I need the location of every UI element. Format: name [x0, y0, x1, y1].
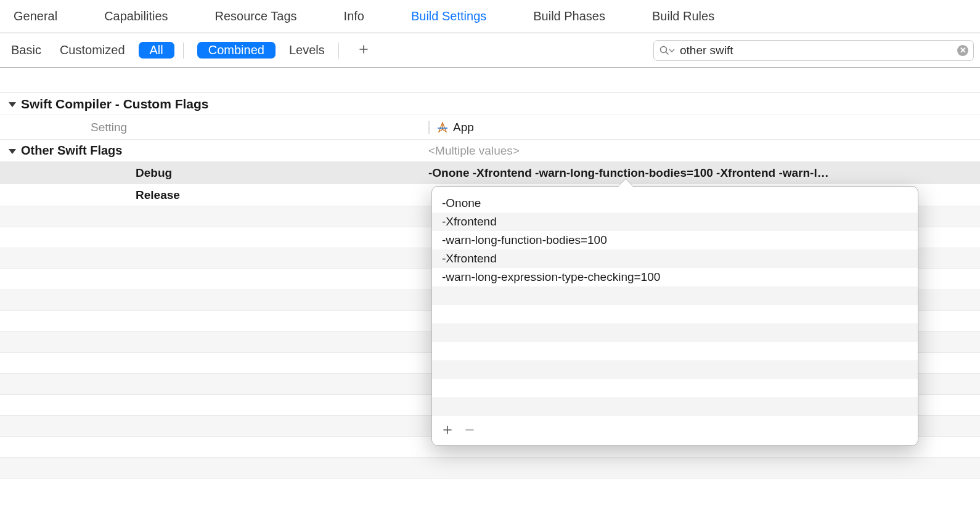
filter-bar: Basic Customized All Combined Levels ✕ — [0, 33, 980, 68]
settings-content: Swift Compiler - Custom Flags Setting Ap… — [0, 68, 980, 479]
section-header[interactable]: Swift Compiler - Custom Flags — [0, 93, 980, 115]
list-item[interactable] — [432, 342, 918, 360]
svg-line-1 — [666, 52, 668, 54]
x-icon: ✕ — [960, 46, 966, 55]
columns-header: Setting App — [0, 115, 980, 140]
list-item[interactable] — [432, 305, 918, 323]
plus-icon — [442, 424, 453, 435]
list-item[interactable] — [432, 397, 918, 416]
plus-icon — [359, 44, 369, 54]
column-divider — [428, 121, 430, 134]
column-target-label: App — [453, 121, 474, 134]
clear-search-button[interactable]: ✕ — [957, 45, 968, 56]
config-name: Debug — [0, 166, 428, 180]
chevron-down-icon[interactable] — [669, 47, 675, 54]
empty-row — [0, 458, 980, 479]
remove-flag-button[interactable] — [464, 423, 475, 438]
config-name: Release — [0, 188, 428, 202]
list-item[interactable] — [432, 323, 918, 342]
setting-name: Other Swift Flags — [21, 144, 122, 158]
config-row-debug[interactable]: Debug + -Onone -Xfrontend -warn-long-fun… — [0, 162, 980, 184]
add-setting-button[interactable] — [353, 43, 375, 57]
divider — [338, 42, 339, 59]
setting-row-other-swift-flags[interactable]: Other Swift Flags <Multiple values> — [0, 140, 980, 162]
tab-general[interactable]: General — [9, 7, 62, 26]
list-item[interactable]: -Xfrontend — [432, 212, 918, 231]
chevron-down-icon[interactable] — [9, 149, 16, 154]
search-field[interactable]: ✕ — [653, 40, 974, 61]
scope-customized[interactable]: Customized — [55, 42, 130, 59]
setting-value-multiple: <Multiple values> — [428, 144, 980, 158]
list-item[interactable] — [432, 379, 918, 397]
list-item[interactable]: -warn-long-expression-type-checking=100 — [432, 268, 918, 286]
section-title: Swift Compiler - Custom Flags — [21, 97, 209, 111]
list-item[interactable] — [432, 286, 918, 305]
tab-capabilities[interactable]: Capabilities — [99, 7, 173, 26]
scope-all[interactable]: All — [139, 42, 174, 59]
list-item[interactable]: -warn-long-function-bodies=100 — [432, 231, 918, 249]
tab-build-settings[interactable]: Build Settings — [406, 7, 491, 26]
view-combined[interactable]: Combined — [197, 42, 276, 59]
flags-list-footer — [432, 417, 918, 445]
flags-list-editor: -Onone -Xfrontend -warn-long-function-bo… — [431, 186, 918, 446]
tab-resource-tags[interactable]: Resource Tags — [210, 7, 302, 26]
list-item[interactable]: -Onone — [432, 194, 918, 212]
search-input[interactable] — [675, 44, 957, 57]
tab-build-phases[interactable]: Build Phases — [528, 7, 610, 26]
divider — [183, 42, 184, 59]
scope-basic[interactable]: Basic — [6, 42, 46, 59]
tab-build-rules[interactable]: Build Rules — [647, 7, 719, 26]
editor-tabs: General Capabilities Resource Tags Info … — [0, 0, 980, 33]
app-target-icon — [436, 121, 449, 134]
minus-icon — [464, 424, 475, 435]
add-flag-button[interactable] — [442, 423, 453, 438]
list-item[interactable] — [432, 360, 918, 379]
chevron-down-icon[interactable] — [9, 102, 16, 107]
config-value[interactable]: -Onone -Xfrontend -warn-long-function-bo… — [428, 166, 829, 180]
flags-list[interactable]: -Onone -Xfrontend -warn-long-function-bo… — [432, 187, 918, 417]
view-levels[interactable]: Levels — [284, 42, 330, 59]
tab-info[interactable]: Info — [339, 7, 369, 26]
list-item[interactable]: -Xfrontend — [432, 249, 918, 268]
column-setting-label: Setting — [0, 121, 428, 134]
